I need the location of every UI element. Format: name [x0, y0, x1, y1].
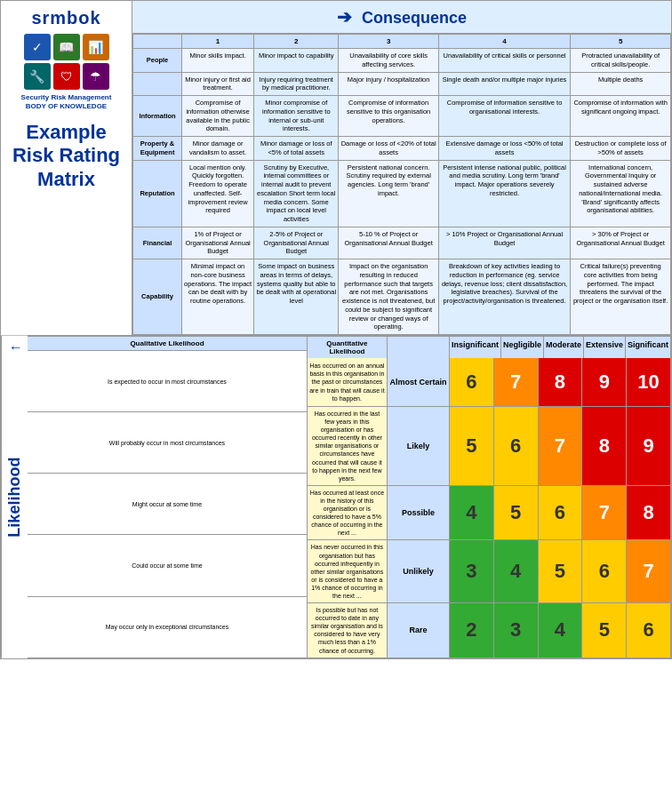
consequence-cell-2-1: Minor compromise of information sensitiv…: [254, 96, 339, 137]
quant-cell-1: Has occurred in the last few years in th…: [308, 407, 388, 486]
risk-cell-1-2: 7: [539, 407, 583, 486]
consequence-row-header-2: Information: [133, 96, 182, 137]
consequence-table: 1 2 3 4 5 PeopleMinor skills impact.Mino…: [132, 34, 671, 335]
consequence-cell-6-4: Critical failure(s) preventing core acti…: [571, 259, 671, 335]
risk-cell-2-3: 7: [582, 486, 627, 541]
col-moderate: Moderate: [544, 336, 584, 358]
risk-cell-3-0: 3: [450, 540, 494, 603]
qualitative-col: Qualitative Likelihood Is expected to oc…: [28, 336, 308, 658]
quant-cell-3: Has never occurred in this organisation …: [308, 540, 388, 603]
consequence-cell-6-1: Some impact on business areas in terms o…: [254, 259, 339, 335]
consequence-cell-2-4: Compromise of information with significa…: [571, 96, 671, 137]
matrix-row-1: Has occurred in the last few years in th…: [308, 407, 671, 486]
likelihood-name-header: [388, 336, 450, 358]
matrix-row-3: Has never occurred in this organisation …: [308, 540, 671, 603]
consequence-cell-2-2: Compromise of information sensitive to t…: [339, 96, 438, 137]
consequence-cell-5-3: > 10% Project or Organisational Annual B…: [438, 227, 570, 259]
consequence-cell-3-4: Destruction or complete loss of >50% of …: [571, 137, 671, 161]
consequence-cell-6-0: Minimal impact on non-core business oper…: [182, 259, 254, 335]
quant-cell-2: Has occurred at least once in the histor…: [308, 486, 388, 541]
risk-cell-4-4: 6: [627, 603, 671, 658]
risk-cell-3-1: 4: [494, 540, 539, 603]
consequence-cell-5-1: 2-5% of Project or Organisational Annual…: [254, 227, 339, 259]
risk-cell-0-1: 7: [494, 358, 539, 407]
col-header-4: 4: [438, 35, 570, 49]
risk-cell-1-0: 5: [450, 407, 494, 486]
consequence-row-header-4: Reputation: [133, 160, 182, 227]
icon-ladder: 🔧: [24, 63, 51, 90]
consequence-cell-1-1: Injury requiring treatment by medical pr…: [254, 72, 339, 96]
left-panel: srmbok ✓ 📖 📊 🔧 🛡 ☂ Security Risk Managem…: [0, 0, 132, 336]
consequence-cell-6-3: Breakdown of key activities leading to r…: [438, 259, 570, 335]
consequence-cell-0-2: Unavailability of core skills affecting …: [339, 49, 438, 73]
consequence-cell-4-3: Persistent intense national public, poli…: [438, 160, 570, 227]
logo-text: srmbok: [31, 8, 100, 28]
risk-cell-3-3: 6: [582, 540, 627, 603]
risk-cell-4-0: 2: [450, 603, 494, 658]
subtitle: Security Risk ManagementBODY OF KNOWLEDG…: [21, 93, 112, 112]
consequence-row-header-5: Financial: [133, 227, 182, 259]
risk-cell-0-3: 9: [582, 358, 627, 407]
consequence-cell-4-0: Local mention only. Quickly forgotten. F…: [182, 160, 254, 227]
col-header-1: 1: [182, 35, 254, 49]
consequence-cell-1-2: Major injury / hospitalization: [339, 72, 438, 96]
consequence-cell-3-1: Minor damage or loss of <5% of total ass…: [254, 137, 339, 161]
risk-cell-1-3: 8: [582, 407, 627, 486]
qual-header: Qualitative Likelihood: [28, 336, 308, 351]
consequence-cell-1-3: Single death and/or multiple major injur…: [438, 72, 570, 96]
risk-cell-2-4: 8: [627, 486, 671, 541]
matrix-rows: Has occurred on an annual basis in this …: [308, 358, 671, 658]
consequence-cell-5-4: > 30% of Project or Organisational Annua…: [571, 227, 671, 259]
quant-cell-4: Is possible but has not occurred to date…: [308, 603, 388, 658]
consequence-cell-0-3: Unavailability of critical skills or per…: [438, 49, 570, 73]
row-header-empty: [133, 35, 182, 49]
qual-cell-3: Could occur at some time: [28, 535, 308, 596]
quant-header: Quantitative Likelihood: [308, 336, 388, 358]
likelihood-arrow-icon: ↑: [7, 345, 23, 352]
consequence-cell-3-2: Damage or loss of <20% of total assets: [339, 137, 438, 161]
consequence-cell-1-4: Multiple deaths: [571, 72, 671, 96]
logo-icons: ✓ 📖 📊 🔧 🛡 ☂: [24, 34, 109, 90]
main-title: Example Risk Rating Matrix: [12, 121, 120, 191]
consequence-cell-6-2: Impact on the organisation resulting in …: [339, 259, 438, 335]
consequence-row-header-6: Capability: [133, 259, 182, 335]
icon-shield: 🛡: [53, 63, 80, 90]
risk-cell-2-1: 5: [494, 486, 539, 541]
risk-cell-0-0: 6: [450, 358, 494, 407]
risk-cell-4-2: 4: [539, 603, 583, 658]
col-negligible: Negligible: [501, 336, 544, 358]
consequence-cell-5-0: 1% of Project or Organisational Annual B…: [182, 227, 254, 259]
risk-cell-3-2: 5: [539, 540, 583, 603]
consequence-cell-4-4: International concern, Governmental Inqu…: [571, 160, 671, 227]
icon-umbrella: ☂: [83, 63, 109, 90]
icon-check: ✓: [24, 34, 51, 60]
bottom-section: Likelihood ↑ Qualitative Likelihood Is e…: [0, 336, 672, 659]
col-header-2: 2: [254, 35, 339, 49]
icon-book: 📖: [53, 34, 80, 60]
risk-cell-2-2: 6: [539, 486, 583, 541]
matrix-row-0: Has occurred on an annual basis in this …: [308, 358, 671, 407]
col-header-5: 5: [571, 35, 671, 49]
consequence-cell-0-1: Minor impact to capability: [254, 49, 339, 73]
col-significant: Significant: [626, 336, 671, 358]
risk-cell-4-1: 3: [494, 603, 539, 658]
consequence-cell-5-2: 5-10 % of Project or Organisational Annu…: [339, 227, 438, 259]
main-container: srmbok ✓ 📖 📊 🔧 🛡 ☂ Security Risk Managem…: [0, 0, 672, 659]
col-header-3: 3: [339, 35, 438, 49]
quant-cell-0: Has occurred on an annual basis in this …: [308, 358, 388, 407]
qual-cell-4: May occur only in exceptional circumstan…: [28, 597, 308, 658]
likelihood-name-4: Rare: [388, 603, 450, 658]
col-extensive: Extensive: [584, 336, 626, 358]
consequence-cell-2-0: Compromise of information otherwise avai…: [182, 96, 254, 137]
consequence-cell-0-0: Minor skills impact.: [182, 49, 254, 73]
consequence-cell-1-0: Minor injury or first aid treatment.: [182, 72, 254, 96]
matrix-row-4: Is possible but has not occurred to date…: [308, 603, 671, 658]
consequence-cell-3-3: Extensive damage or loss <50% of total a…: [438, 137, 570, 161]
likelihood-name-1: Likely: [388, 407, 450, 486]
col-insignificant: Insignificant: [450, 336, 501, 358]
likelihood-name-2: Possible: [388, 486, 450, 541]
qual-cell-0: Is expected to occur in most circumstanc…: [28, 351, 308, 412]
qual-cell-2: Might occur at some time: [28, 474, 308, 535]
matrix-col-headers: Insignificant Negligible Moderate Extens…: [450, 336, 671, 358]
consequence-cell-2-3: Compromise of information sensitive to o…: [438, 96, 570, 137]
